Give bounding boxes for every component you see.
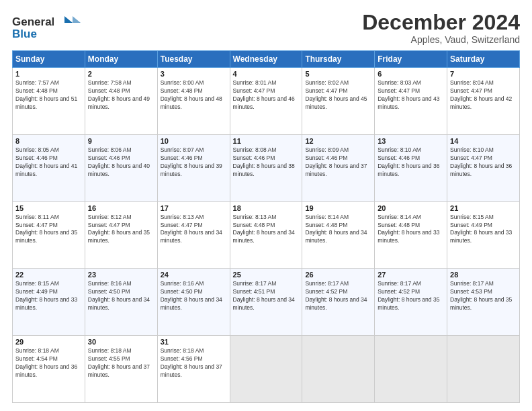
- day-number: 9: [88, 137, 154, 145]
- day-info: Sunrise: 8:12 AM Sunset: 4:47 PM Dayligh…: [88, 214, 154, 246]
- svg-text:Blue: Blue: [12, 28, 37, 40]
- day-info: Sunrise: 8:15 AM Sunset: 4:49 PM Dayligh…: [450, 214, 517, 246]
- logo-svg: General Blue: [12, 11, 93, 41]
- day-number: 23: [88, 271, 154, 279]
- day-cell-22: 22 Sunrise: 8:15 AM Sunset: 4:49 PM Dayl…: [13, 269, 85, 336]
- day-info: Sunrise: 8:10 AM Sunset: 4:46 PM Dayligh…: [378, 146, 444, 179]
- day-cell-23: 23 Sunrise: 8:16 AM Sunset: 4:50 PM Dayl…: [85, 269, 157, 336]
- empty-cell-4-3: [230, 336, 302, 403]
- day-info: Sunrise: 8:13 AM Sunset: 4:47 PM Dayligh…: [161, 214, 227, 246]
- day-cell-4: 4 Sunrise: 8:01 AM Sunset: 4:47 PM Dayli…: [230, 68, 302, 135]
- empty-cell-4-4: [302, 336, 375, 403]
- day-number: 11: [233, 137, 300, 145]
- day-cell-30: 30 Sunrise: 8:18 AM Sunset: 4:55 PM Dayl…: [85, 336, 157, 403]
- day-cell-9: 9 Sunrise: 8:06 AM Sunset: 4:46 PM Dayli…: [85, 134, 157, 201]
- day-cell-28: 28 Sunrise: 8:17 AM Sunset: 4:53 PM Dayl…: [447, 269, 520, 336]
- day-number: 16: [88, 204, 154, 212]
- day-cell-19: 19 Sunrise: 8:14 AM Sunset: 4:48 PM Dayl…: [302, 201, 375, 269]
- day-cell-11: 11 Sunrise: 8:08 AM Sunset: 4:46 PM Dayl…: [230, 134, 302, 201]
- day-info: Sunrise: 8:07 AM Sunset: 4:46 PM Dayligh…: [161, 146, 227, 179]
- day-cell-1: 1 Sunrise: 7:57 AM Sunset: 4:48 PM Dayli…: [13, 68, 85, 135]
- month-title: December 2024: [362, 11, 520, 34]
- week-row-3: 15 Sunrise: 8:11 AM Sunset: 4:47 PM Dayl…: [13, 201, 520, 269]
- day-number: 25: [233, 271, 300, 279]
- day-info: Sunrise: 8:04 AM Sunset: 4:47 PM Dayligh…: [450, 79, 517, 111]
- weekday-header-wednesday: Wednesday: [230, 51, 302, 68]
- day-number: 4: [233, 70, 300, 78]
- day-cell-5: 5 Sunrise: 8:02 AM Sunset: 4:47 PM Dayli…: [302, 68, 375, 135]
- day-number: 10: [161, 137, 227, 145]
- svg-marker-1: [64, 16, 73, 23]
- day-cell-2: 2 Sunrise: 7:58 AM Sunset: 4:48 PM Dayli…: [85, 68, 157, 135]
- day-info: Sunrise: 8:16 AM Sunset: 4:50 PM Dayligh…: [88, 280, 154, 312]
- day-number: 15: [15, 204, 82, 212]
- day-cell-13: 13 Sunrise: 8:10 AM Sunset: 4:46 PM Dayl…: [375, 134, 447, 201]
- week-row-2: 8 Sunrise: 8:05 AM Sunset: 4:46 PM Dayli…: [13, 134, 520, 201]
- day-info: Sunrise: 8:17 AM Sunset: 4:52 PM Dayligh…: [378, 280, 444, 312]
- day-cell-16: 16 Sunrise: 8:12 AM Sunset: 4:47 PM Dayl…: [85, 201, 157, 269]
- day-info: Sunrise: 8:03 AM Sunset: 4:47 PM Dayligh…: [378, 79, 444, 111]
- day-cell-26: 26 Sunrise: 8:17 AM Sunset: 4:52 PM Dayl…: [302, 269, 375, 336]
- day-info: Sunrise: 8:09 AM Sunset: 4:46 PM Dayligh…: [305, 146, 371, 179]
- logo: General Blue: [12, 11, 93, 41]
- day-cell-17: 17 Sunrise: 8:13 AM Sunset: 4:47 PM Dayl…: [157, 201, 230, 269]
- day-info: Sunrise: 8:14 AM Sunset: 4:48 PM Dayligh…: [378, 214, 444, 246]
- svg-text:General: General: [12, 15, 54, 28]
- calendar-table: SundayMondayTuesdayWednesdayThursdayFrid…: [12, 50, 520, 403]
- day-number: 20: [378, 204, 444, 212]
- day-number: 3: [161, 70, 227, 78]
- day-number: 26: [305, 271, 371, 279]
- day-info: Sunrise: 8:17 AM Sunset: 4:52 PM Dayligh…: [305, 280, 371, 312]
- day-info: Sunrise: 8:18 AM Sunset: 4:56 PM Dayligh…: [161, 347, 227, 379]
- header: General Blue December 2024 Apples, Vaud,…: [12, 11, 520, 45]
- day-info: Sunrise: 8:06 AM Sunset: 4:46 PM Dayligh…: [88, 146, 154, 179]
- day-number: 8: [15, 137, 82, 145]
- logo-area: General Blue: [12, 11, 93, 41]
- svg-marker-2: [73, 16, 81, 23]
- day-cell-20: 20 Sunrise: 8:14 AM Sunset: 4:48 PM Dayl…: [375, 201, 447, 269]
- day-cell-7: 7 Sunrise: 8:04 AM Sunset: 4:47 PM Dayli…: [447, 68, 520, 135]
- day-cell-27: 27 Sunrise: 8:17 AM Sunset: 4:52 PM Dayl…: [375, 269, 447, 336]
- weekday-header-saturday: Saturday: [447, 51, 520, 68]
- title-area: December 2024 Apples, Vaud, Switzerland: [362, 11, 520, 45]
- weekday-header-row: SundayMondayTuesdayWednesdayThursdayFrid…: [13, 51, 520, 68]
- day-number: 22: [15, 271, 82, 279]
- day-cell-21: 21 Sunrise: 8:15 AM Sunset: 4:49 PM Dayl…: [447, 201, 520, 269]
- day-info: Sunrise: 8:14 AM Sunset: 4:48 PM Dayligh…: [305, 214, 371, 246]
- day-info: Sunrise: 8:18 AM Sunset: 4:54 PM Dayligh…: [15, 347, 82, 379]
- day-number: 17: [161, 204, 227, 212]
- weekday-header-friday: Friday: [375, 51, 447, 68]
- week-row-4: 22 Sunrise: 8:15 AM Sunset: 4:49 PM Dayl…: [13, 269, 520, 336]
- day-cell-18: 18 Sunrise: 8:13 AM Sunset: 4:48 PM Dayl…: [230, 201, 302, 269]
- page: General Blue December 2024 Apples, Vaud,…: [0, 0, 532, 411]
- day-info: Sunrise: 8:15 AM Sunset: 4:49 PM Dayligh…: [15, 280, 82, 312]
- day-number: 21: [450, 204, 517, 212]
- day-cell-10: 10 Sunrise: 8:07 AM Sunset: 4:46 PM Dayl…: [157, 134, 230, 201]
- week-row-5: 29 Sunrise: 8:18 AM Sunset: 4:54 PM Dayl…: [13, 336, 520, 403]
- day-cell-3: 3 Sunrise: 8:00 AM Sunset: 4:48 PM Dayli…: [157, 68, 230, 135]
- day-info: Sunrise: 8:01 AM Sunset: 4:47 PM Dayligh…: [233, 79, 300, 111]
- day-cell-12: 12 Sunrise: 8:09 AM Sunset: 4:46 PM Dayl…: [302, 134, 375, 201]
- day-cell-15: 15 Sunrise: 8:11 AM Sunset: 4:47 PM Dayl…: [13, 201, 85, 269]
- day-info: Sunrise: 8:10 AM Sunset: 4:47 PM Dayligh…: [450, 146, 517, 179]
- day-cell-6: 6 Sunrise: 8:03 AM Sunset: 4:47 PM Dayli…: [375, 68, 447, 135]
- day-number: 5: [305, 70, 371, 78]
- day-number: 2: [88, 70, 154, 78]
- day-number: 13: [378, 137, 444, 145]
- day-info: Sunrise: 8:05 AM Sunset: 4:46 PM Dayligh…: [15, 146, 82, 179]
- day-number: 31: [161, 338, 227, 346]
- day-cell-8: 8 Sunrise: 8:05 AM Sunset: 4:46 PM Dayli…: [13, 134, 85, 201]
- day-number: 18: [233, 204, 300, 212]
- day-cell-31: 31 Sunrise: 8:18 AM Sunset: 4:56 PM Dayl…: [157, 336, 230, 403]
- day-info: Sunrise: 8:11 AM Sunset: 4:47 PM Dayligh…: [15, 214, 82, 246]
- day-number: 29: [15, 338, 82, 346]
- day-info: Sunrise: 8:13 AM Sunset: 4:48 PM Dayligh…: [233, 214, 300, 246]
- weekday-header-thursday: Thursday: [302, 51, 375, 68]
- day-number: 28: [450, 271, 517, 279]
- day-info: Sunrise: 8:17 AM Sunset: 4:51 PM Dayligh…: [233, 280, 300, 312]
- day-number: 19: [305, 204, 371, 212]
- day-cell-14: 14 Sunrise: 8:10 AM Sunset: 4:47 PM Dayl…: [447, 134, 520, 201]
- day-info: Sunrise: 8:02 AM Sunset: 4:47 PM Dayligh…: [305, 79, 371, 111]
- empty-cell-4-6: [447, 336, 520, 403]
- day-number: 30: [88, 338, 154, 346]
